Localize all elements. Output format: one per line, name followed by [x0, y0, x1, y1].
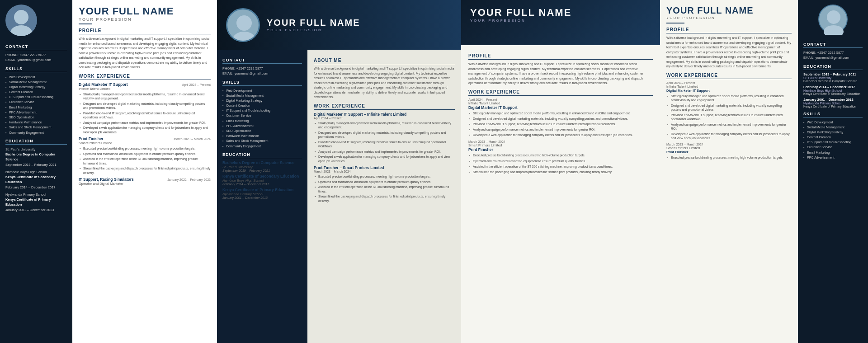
r4-job1-company: Infinite Talent Limited	[666, 85, 792, 89]
skill-item: Web Development	[5, 75, 67, 80]
r2-job1-date: April 2024 – Present	[314, 117, 455, 120]
skill-item: Customer Service	[222, 113, 302, 118]
job-bullet: Developed a web application for managing…	[314, 155, 455, 163]
r4-skills-list: Web Development Social Media Management …	[803, 120, 863, 160]
job-bullet: Streamlined the packaging and dispatch p…	[314, 194, 455, 203]
r3-job1-bullets: Strategically managed and optimized soci…	[468, 111, 653, 138]
r4-skills-label: SKILLS	[803, 112, 863, 117]
skills-list: Web Development Social Media Management …	[5, 75, 67, 135]
r1-profile-text: With a diverse background in digital mar…	[79, 37, 211, 70]
r2-jobs: Digital Marketer IT Support – Infinite T…	[314, 112, 455, 203]
r4-job2-bullets: Executed precise bookbinding processes, …	[666, 155, 792, 160]
job-bullet: Analyzed campaign performance metrics an…	[314, 150, 455, 154]
r1-profile-title: PROFILE	[79, 28, 211, 34]
r2-profession: YOUR PROFESSION	[267, 28, 360, 32]
r4-work-title: WORK EXPERIENCE	[666, 73, 792, 79]
r2-about-title: ABOUT ME	[314, 58, 455, 64]
r4-job1-bullets: Strategically managed and optimized soci…	[666, 94, 792, 141]
contact-phone: PHONE: +2547 2292 5877	[5, 52, 67, 57]
skill-item: IT Support and Troubleshooting	[5, 94, 67, 99]
r4-profile-text: With a diverse background in digital mar…	[666, 36, 792, 69]
svg-point-5	[824, 25, 844, 35]
r3-profile-title: PROFILE	[468, 53, 653, 60]
r4-divider	[666, 23, 684, 23]
skill-item: Customer Service	[5, 99, 67, 104]
svg-point-2	[236, 15, 252, 31]
job-bullet: Operated and maintained lamination equip…	[314, 180, 455, 184]
r2-edu-title: EDUCATION	[222, 152, 302, 158]
resume3-body: PROFILE With a diverse background in dig…	[461, 45, 660, 180]
r3-profile-text: With a diverse background in digital mar…	[468, 62, 653, 86]
resume2-header: YOUR FULL NAME YOUR PROFESSION	[217, 0, 461, 50]
skill-item: Sales and Stock Management	[5, 125, 67, 130]
job-bullet: Strategically managed and optimized soci…	[468, 111, 653, 116]
r2-edu3-school: Nyalwanda Primary School	[222, 192, 302, 196]
r3-job2-date: March 2023 – March 2024	[468, 140, 653, 143]
job-bullet: Provided end-to-end IT support, resolvin…	[314, 140, 455, 149]
r1-job2-company: Smart Printers Limited	[79, 141, 211, 145]
job-bullet: Streamlined the packaging and dispatch p…	[468, 170, 653, 174]
job-bullet: Provided end-to-end IT support, resolvin…	[666, 113, 792, 122]
r4-profession: YOUR PROFESSION	[666, 16, 792, 20]
resume2-header-text: YOUR FULL NAME YOUR PROFESSION	[267, 18, 360, 32]
r4-edu1-school: St. Paul's University	[803, 76, 863, 80]
skill-item: Email Marketing	[803, 150, 863, 155]
r4-edu1-period: September 2019 – February 2021	[803, 72, 863, 76]
job-bullet: Designed and developed digital marketing…	[468, 117, 653, 121]
r2-phone: PHONE: +2547 2292 5877	[222, 66, 302, 71]
r2-job2-date: March 2023 – March 2024	[314, 170, 455, 173]
skill-item: Web Development	[803, 120, 863, 125]
r2-edu-list: Bachelors Degree in Computer Science St.…	[222, 160, 302, 199]
edu2-degree: Kenya Certificate of Secondary Education	[5, 174, 67, 185]
resume-4: YOUR FULL NAME YOUR PROFESSION PROFILE W…	[660, 0, 868, 343]
edu1-date: September 2019 – February 2021	[5, 162, 67, 167]
r2-job1-bullets: Strategically managed and optimized soci…	[314, 121, 455, 164]
r3-job2-bullets: Executed precise bookbinding processes, …	[468, 153, 653, 174]
r1-job2-bullets: Executed precise bookbinding processes, …	[79, 146, 211, 175]
r4-job2-company: Smart Printers Limited	[666, 146, 792, 150]
job-bullet: Strategically managed and optimized soci…	[314, 121, 455, 130]
r3-job1-company: Infinite Talent Limited	[468, 101, 653, 105]
resume4-avatar	[818, 5, 848, 34]
r1-name: YOUR FULL NAME	[79, 5, 211, 17]
r4-name: YOUR FULL NAME	[666, 5, 792, 16]
r1-job1-date: April 2024 – Present	[182, 83, 211, 86]
r4-edu2-period: February 2014 – December 2017	[803, 85, 863, 89]
r1-job1-company: Infinite Talent Limited	[79, 87, 211, 91]
r2-edu2-school: Nambale Boys High School	[222, 179, 302, 183]
r2-email: EMAIL: youremail@gmail.com	[222, 71, 302, 76]
r2-edu3-date: January 2001 – December 2013	[222, 196, 302, 199]
skill-item: SEO Optimization	[222, 128, 302, 133]
edu2-school: Nambale Boys High School	[5, 169, 67, 174]
job-bullet: Operated and maintained lamination equip…	[79, 152, 211, 156]
job-bullet: Provided end-to-end IT support, resolvin…	[79, 111, 211, 120]
skill-item: Web Development	[222, 88, 302, 93]
r2-job2-bullets: Executed precise bookbinding processes, …	[314, 174, 455, 203]
job-bullet: Executed precise bookbinding processes, …	[468, 153, 653, 158]
job-bullet: Analyzed campaign performance metrics an…	[468, 127, 653, 132]
skill-item: IT Support and Troubleshooting	[222, 108, 302, 113]
r1-job1-header: Digital Marketer IT Support April 2024 –…	[79, 82, 211, 87]
skill-item: PPC Advertisement	[222, 123, 302, 128]
resume-2: YOUR FULL NAME YOUR PROFESSION CONTACT P…	[217, 0, 461, 343]
r4-job2-date: March 2023 – March 2024	[666, 143, 792, 146]
skill-item: IT Support and Troubleshooting	[803, 140, 863, 145]
resume4-main: YOUR FULL NAME YOUR PROFESSION PROFILE W…	[660, 0, 798, 343]
r3-job2: March 2023 – March 2024 Smart Printers L…	[468, 140, 653, 174]
job-bullet: Designed and developed digital marketing…	[314, 131, 455, 139]
r2-job1-title: Digital Marketer IT Support – Infinite T…	[314, 112, 455, 117]
skill-item: Hardware Maintenance	[222, 133, 302, 138]
svg-point-3	[233, 32, 255, 42]
r4-jobs: April 2024 – Present Infinite Talent Lim…	[666, 81, 792, 160]
r4-profile-title: PROFILE	[666, 27, 792, 33]
r2-edu1-school: St. Paul's University	[222, 165, 302, 169]
r2-edu2-degree: Kenya Certificate of Secondary Education	[222, 174, 302, 179]
svg-point-0	[14, 10, 28, 24]
job-bullet: Developed a web application for managing…	[79, 126, 211, 134]
job-bullet: Analyzed campaign performance metrics an…	[79, 121, 211, 125]
r1-job2-header: Print Finisher March 2023 – March 2024	[79, 136, 211, 141]
r4-edu3-period: January 2001 – December 2013	[803, 98, 863, 102]
skill-item: Social Media Management	[803, 125, 863, 130]
edu1-degree: Bachelors Degree in Computer Science	[5, 152, 67, 162]
r3-job1-date: April 2024 – Present	[468, 98, 653, 101]
